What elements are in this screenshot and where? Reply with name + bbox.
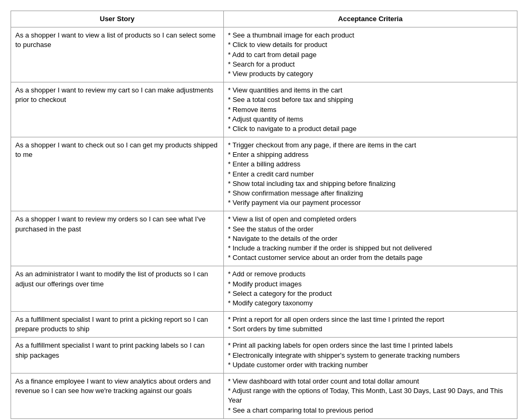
criteria-item: * Enter a shipping address: [228, 150, 513, 160]
table-row: As a shopper I want to review my orders …: [11, 211, 517, 266]
criteria-item: * Navigate to the details of the order: [228, 234, 513, 244]
criteria-item: * Electronically integrate with shipper'…: [228, 351, 513, 360]
criteria-cell: * View a list of open and completed orde…: [223, 211, 517, 266]
criteria-item: * Add to cart from detail page: [228, 50, 513, 60]
criteria-item: * Click to view details for product: [228, 40, 513, 50]
criteria-item: * Show total including tax and shipping …: [228, 179, 513, 189]
criteria-item: * Add or remove products: [228, 269, 513, 279]
criteria-item: * View a list of open and completed orde…: [228, 214, 513, 224]
user-story-cell: As a fulfillment specialist I want to pr…: [11, 312, 224, 338]
criteria-item: * View products by category: [228, 69, 513, 79]
table-row: As a shopper I want to review my cart so…: [11, 82, 517, 137]
criteria-item: * Enter a credit card number: [228, 170, 513, 179]
criteria-item: * Update customer order with tracking nu…: [228, 360, 513, 370]
criteria-cell: * Print a report for all open orders sin…: [223, 312, 517, 338]
criteria-cell: * View dashboard with total order count …: [223, 374, 517, 419]
criteria-item: * View dashboard with total order count …: [228, 377, 513, 386]
criteria-cell: * Print all packing labels for open orde…: [223, 338, 517, 374]
criteria-item: * Search for a product: [228, 60, 513, 69]
user-story-cell: As a shopper I want to check out so I ca…: [11, 137, 224, 211]
table-row: As a fulfillment specialist I want to pr…: [11, 312, 517, 338]
criteria-item: * See a thumbnail image for each product: [228, 31, 513, 40]
criteria-item: * Select a category for the product: [228, 289, 513, 298]
criteria-item: * Print all packing labels for open orde…: [228, 341, 513, 350]
table-row: As a fulfillment specialist I want to pr…: [11, 338, 517, 374]
user-story-cell: As an administrator I want to modify the…: [11, 266, 224, 312]
criteria-item: * Contact customer service about an orde…: [228, 253, 513, 263]
criteria-item: * Modify product images: [228, 279, 513, 289]
header-acceptance-criteria: Acceptance Criteria: [223, 11, 517, 27]
criteria-cell: * Trigger checkout from any page, if the…: [223, 137, 517, 211]
user-story-cell: As a shopper I want to view a list of pr…: [11, 27, 224, 82]
criteria-item: * Adjust quantity of items: [228, 115, 513, 124]
criteria-item: * Print a report for all open orders sin…: [228, 315, 513, 324]
user-stories-table: User Story Acceptance Criteria As a shop…: [11, 11, 517, 419]
criteria-item: * Adjust range with the options of Today…: [228, 386, 513, 405]
criteria-item: * See the status of the order: [228, 225, 513, 234]
criteria-item: * Remove items: [228, 105, 513, 115]
criteria-item: * See a total cost before tax and shippi…: [228, 95, 513, 105]
user-story-cell: As a shopper I want to review my cart so…: [11, 82, 224, 137]
user-story-cell: As a shopper I want to review my orders …: [11, 211, 224, 266]
header-user-story: User Story: [11, 11, 224, 27]
table-row: As an administrator I want to modify the…: [11, 266, 517, 312]
criteria-cell: * Add or remove products* Modify product…: [223, 266, 517, 312]
criteria-cell: * See a thumbnail image for each product…: [223, 27, 517, 82]
criteria-item: * Sort orders by time submitted: [228, 324, 513, 334]
table-row: As a shopper I want to view a list of pr…: [11, 27, 517, 82]
table-row: As a finance employee I want to view ana…: [11, 374, 517, 419]
criteria-item: * View quantities and items in the cart: [228, 86, 513, 95]
criteria-item: * Modify category taxonomy: [228, 298, 513, 308]
criteria-cell: * View quantities and items in the cart*…: [223, 82, 517, 137]
user-story-cell: As a fulfillment specialist I want to pr…: [11, 338, 224, 374]
criteria-item: * Include a tracking number if the order…: [228, 244, 513, 253]
table-row: As a shopper I want to check out so I ca…: [11, 137, 517, 211]
criteria-item: * Enter a billing address: [228, 160, 513, 169]
criteria-item: * Trigger checkout from any page, if the…: [228, 141, 513, 150]
criteria-item: * Show confirmation message after finali…: [228, 189, 513, 198]
user-story-cell: As a finance employee I want to view ana…: [11, 374, 224, 419]
criteria-item: * See a chart comparing total to previou…: [228, 406, 513, 415]
criteria-item: * Verify payment via our payment process…: [228, 198, 513, 208]
criteria-item: * Click to navigate to a product detail …: [228, 124, 513, 134]
